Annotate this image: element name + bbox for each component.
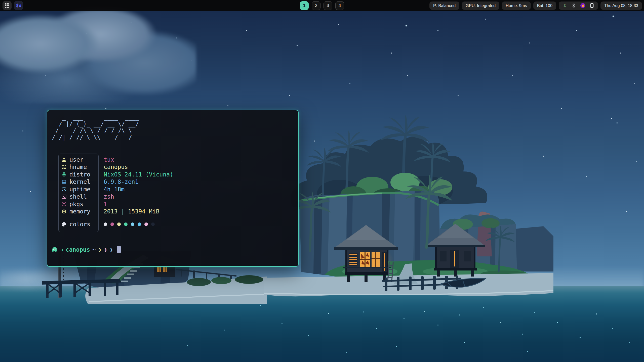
battery-label: Bat: 100 bbox=[537, 3, 552, 8]
fetch-value: canopus bbox=[104, 164, 128, 170]
fetch-row-hname: hname canopus bbox=[58, 163, 250, 171]
color-swatch bbox=[151, 222, 155, 226]
flame-icon[interactable] bbox=[580, 3, 586, 8]
color-swatch bbox=[117, 222, 121, 226]
fetch-value: 2013 | 15394 MiB bbox=[104, 208, 159, 215]
special-workspace-button[interactable]: $W bbox=[14, 1, 23, 10]
shell-prompt[interactable]: → canopus ~ ❯ ❯ ❯ bbox=[52, 246, 121, 253]
fetch-label: kernel bbox=[69, 178, 99, 185]
fetch-value: tux bbox=[104, 156, 114, 163]
fetch-label: colors bbox=[69, 221, 99, 228]
fetch-label: pkgs bbox=[69, 201, 99, 207]
color-swatch bbox=[131, 222, 134, 226]
prompt-chevron: ❯ bbox=[109, 246, 113, 253]
fetch-row-pkgs: pkgs 1 bbox=[58, 200, 250, 208]
fetch-row-user: user tux bbox=[58, 156, 250, 163]
user-icon bbox=[58, 157, 69, 162]
workspace-pill-4[interactable]: 4 bbox=[335, 1, 344, 10]
gpu-status-label: GPU: Integrated bbox=[466, 3, 496, 8]
workspace-label: 1 bbox=[303, 3, 305, 8]
fetch-row-colors: colors bbox=[58, 219, 250, 230]
fetch-value: NixOS 24.11 (Vicuna) bbox=[104, 171, 173, 178]
power-profile-label: P: Balanced bbox=[433, 3, 456, 8]
prompt-chevron: ❯ bbox=[104, 246, 107, 253]
workspace-label: 3 bbox=[327, 3, 329, 8]
uptime-icon bbox=[58, 187, 69, 192]
ghost-icon bbox=[52, 247, 58, 253]
fetch-label: shell bbox=[69, 193, 99, 200]
app-launcher-button[interactable] bbox=[3, 1, 12, 10]
fetch-value: zsh bbox=[104, 193, 114, 200]
fetch-value: 6.9.8-zen1 bbox=[104, 178, 138, 185]
ping-label: Home: 9ms bbox=[506, 3, 527, 8]
fetch-label: uptime bbox=[69, 186, 99, 193]
shell-icon bbox=[58, 194, 69, 199]
island-illustration bbox=[264, 111, 553, 302]
terminal-window[interactable]: _ ___ ____ ____ / |/ (_)_ __/ __ \/ __/ … bbox=[47, 110, 299, 267]
workspace-switcher: 1 2 3 4 bbox=[300, 1, 344, 10]
palette-icon bbox=[58, 222, 69, 227]
power-profile-pill[interactable]: P: Balanced bbox=[429, 2, 459, 10]
terminal-color-palette bbox=[104, 222, 155, 226]
fetch-label: hname bbox=[69, 164, 99, 170]
cloud bbox=[564, 166, 644, 206]
memory-icon bbox=[58, 209, 69, 214]
workspace-label: 4 bbox=[338, 3, 341, 8]
gpu-status-pill[interactable]: GPU: Integrated bbox=[462, 2, 499, 10]
workspace-pill-3[interactable]: 3 bbox=[324, 1, 332, 10]
distro-icon bbox=[58, 172, 69, 177]
apps-grid-icon bbox=[5, 3, 10, 8]
fetch-info: user tux hname canopus distro NixOS 24.1… bbox=[58, 154, 250, 232]
fetch-label: distro bbox=[69, 171, 99, 178]
clock-pill[interactable]: Thu Aug 08, 18:33 bbox=[600, 2, 642, 10]
prompt-arrow: → bbox=[60, 246, 63, 253]
fetch-row-shell: shell zsh bbox=[58, 193, 250, 201]
ping-pill[interactable]: Home: 9ms bbox=[502, 2, 531, 10]
cloud bbox=[347, 0, 644, 90]
color-swatch bbox=[144, 222, 148, 226]
kernel-icon bbox=[58, 179, 69, 185]
system-tray: ✂ bbox=[559, 2, 598, 10]
prompt-path: ~ bbox=[92, 246, 96, 253]
fetch-label: user bbox=[69, 156, 99, 163]
color-swatch bbox=[138, 222, 141, 226]
fetch-row-uptime: uptime 4h 18m bbox=[58, 186, 250, 193]
color-swatch bbox=[110, 222, 114, 226]
workspace-pill-2[interactable]: 2 bbox=[312, 1, 320, 10]
cloud bbox=[0, 8, 196, 103]
special-workspace-label: $W bbox=[16, 3, 21, 8]
fetch-row-kernel: kernel 6.9.8-zen1 bbox=[58, 178, 250, 186]
fetch-label: memory bbox=[69, 208, 99, 215]
hostname-icon bbox=[58, 164, 69, 170]
fetch-divider bbox=[58, 217, 99, 217]
color-swatch bbox=[124, 222, 128, 226]
scissors-icon[interactable]: ✂ bbox=[562, 3, 568, 8]
status-bar: $W 1 2 3 4 P: Balanced GPU: Integrated H… bbox=[0, 0, 644, 11]
color-swatch bbox=[104, 222, 107, 226]
prompt-hostname: canopus bbox=[66, 246, 90, 253]
prompt-chevron: ❯ bbox=[98, 246, 102, 253]
terminal-cursor bbox=[117, 246, 121, 253]
battery-pill[interactable]: Bat: 100 bbox=[533, 2, 556, 10]
bluetooth-icon[interactable] bbox=[571, 3, 577, 8]
clock-label: Thu Aug 08, 18:33 bbox=[604, 3, 638, 8]
fetch-row-distro: distro NixOS 24.11 (Vicuna) bbox=[58, 171, 250, 178]
fetch-row-memory: memory 2013 | 15394 MiB bbox=[58, 208, 250, 215]
nixos-ascii-logo: _ ___ ____ ____ / |/ (_)_ __/ __ \/ __/ … bbox=[52, 114, 139, 141]
fetch-value: 4h 18m bbox=[104, 186, 125, 193]
fetch-value: 1 bbox=[104, 201, 107, 207]
workspace-label: 2 bbox=[315, 3, 317, 8]
desktop: $W 1 2 3 4 P: Balanced GPU: Integrated H… bbox=[0, 0, 644, 362]
packages-icon bbox=[58, 201, 69, 207]
workspace-pill-1[interactable]: 1 bbox=[300, 1, 309, 10]
phone-icon[interactable] bbox=[589, 3, 595, 8]
